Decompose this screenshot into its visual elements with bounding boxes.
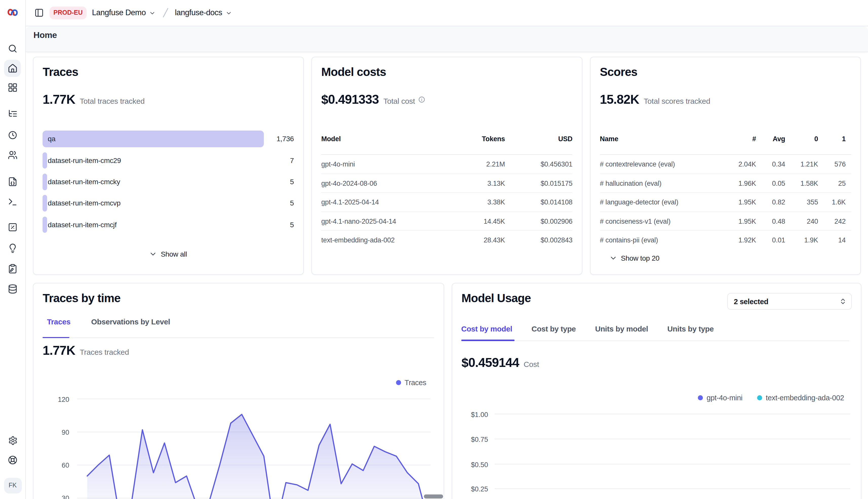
sidebar-item-tracing[interactable] [0,104,25,123]
bar-row[interactable]: dataset-run-item-cmcky 5 [43,173,294,190]
table-row[interactable]: gpt-4o-2024-08-06 3.13K $0.015175 [321,174,572,193]
model-usd: $0.014108 [512,193,572,212]
sidebar-item-dashboards[interactable] [0,78,25,97]
tab-units-by-type[interactable]: Units by type [667,325,714,333]
gridlines [495,414,850,489]
user-avatar[interactable]: FK [4,477,22,493]
sidebar-item-sessions[interactable] [0,125,25,145]
life-buoy-icon [8,455,18,465]
table-row[interactable]: # contextrelevance (eval) 2.04K 0.34 1.2… [600,155,851,174]
tab-cost-by-type[interactable]: Cost by type [532,325,576,333]
card-title: Scores [600,64,637,79]
bar-label: qa [48,131,56,147]
sidebar-item-evaluation[interactable] [0,218,25,237]
model-name: gpt-4o-2024-08-06 [321,174,377,193]
score-one: 242 [810,212,846,231]
bar-value: 5 [290,195,294,211]
breadcrumb-separator-icon [162,7,169,19]
model-name: gpt-4.1-nano-2025-04-14 [321,212,396,231]
tab-cost-by-model[interactable]: Cost by model [461,325,512,333]
list-tree-icon [8,109,18,119]
bar [43,152,47,169]
score-count: 1.95K [711,193,756,212]
breadcrumb-project[interactable]: langfuse-docs [175,8,222,17]
table-row[interactable]: gpt-4.1-2025-04-14 3.38K $0.014108 [321,193,572,212]
model-usd: $0.456301 [512,155,572,174]
model-select[interactable]: 2 selected [727,293,852,310]
gear-icon [8,436,17,445]
table-row[interactable]: gpt-4.1-nano-2025-04-14 14.45K $0.002906 [321,212,572,231]
show-top-20-button[interactable]: Show top 20 [610,250,659,266]
clock-icon [8,130,18,140]
bar-row[interactable]: dataset-run-item-cmc29 7 [43,152,294,169]
legend-dot-traces [396,380,401,385]
horizontal-scrollbar-thumb[interactable] [424,495,443,498]
sidebar-toggle-button[interactable] [33,6,46,20]
traces-total-label: Total traces tracked [80,96,145,105]
layout-grid-icon [8,83,18,93]
sidebar-item-data[interactable] [0,279,25,298]
table-row[interactable]: # language-detector (eval) 1.95K 0.82 35… [600,193,851,212]
chevron-down-icon [610,254,617,261]
bar-label: dataset-run-item-cmc29 [48,152,121,169]
bar-value: 7 [290,152,294,169]
terminal-icon [8,197,18,207]
score-name: # conciseness-v1 (eval) [600,212,670,231]
sidebar-item-home[interactable] [0,59,25,78]
sidebar-item-insights[interactable] [0,239,25,258]
score-count: 2.04K [711,155,756,174]
bar-label: dataset-run-item-cmcvp [48,195,121,211]
breadcrumb-org[interactable]: Langfuse Demo [92,8,146,17]
sidebar-item-datasets[interactable] [0,259,25,278]
home-icon [8,63,18,73]
table-row[interactable]: # conciseness-v1 (eval) 1.95K 0.48 240 2… [600,212,851,231]
langfuse-logo-icon [8,9,18,16]
score-name: # contains-pii (eval) [600,231,658,250]
chevron-down-icon[interactable] [226,10,231,16]
model-name: gpt-4o-mini [321,155,355,174]
table-row[interactable]: # contains-pii (eval) 1.92K 0.01 1.9K 14 [600,231,851,250]
tabs-divider [461,340,849,341]
model-costs-total-label: Total cost [383,96,415,105]
traces-card: Traces 1.77K Total traces tracked qa 1,7… [33,57,304,275]
active-tab-underline [43,337,70,338]
sidebar-item-settings[interactable] [0,431,25,450]
sidebar-item-support[interactable] [0,450,25,470]
table-row[interactable]: # hallucination (eval) 1.96K 0.05 1.58K … [600,174,851,193]
bar-row[interactable]: qa 1,736 [43,131,294,147]
page-header: Home [26,26,868,52]
bar [43,217,47,233]
legend-label: Traces [405,378,426,386]
bar-label: dataset-run-item-cmcjf [48,217,117,233]
chart-legend: Traces [396,378,426,386]
table-row[interactable]: gpt-4o-mini 2.21M $0.456301 [321,155,572,174]
card-title: Traces [43,64,78,79]
sidebar-item-users[interactable] [0,145,25,165]
model-usage-card: Model Usage 2 selected Cost by model Cos… [452,283,861,499]
sidebar-item-search[interactable] [0,39,25,58]
tab-units-by-model[interactable]: Units by model [595,325,648,333]
bar-value: 1,736 [276,131,294,147]
chevron-down-icon[interactable] [150,10,155,16]
model-costs-table: gpt-4o-mini 2.21M $0.456301 gpt-4o-2024-… [321,155,572,250]
traces-tracked: 1.77K [43,342,75,359]
usage-cost: $0.459144 [462,354,519,371]
traces-by-time-tabs: Traces Observations by Level [45,317,170,326]
sidebar-item-prompts[interactable] [0,172,25,191]
traces-by-time-card: Traces by time Traces Observations by Le… [33,283,444,499]
show-all-button[interactable]: Show all [150,246,187,261]
tab-traces[interactable]: Traces [45,317,73,326]
model-usd: $0.015175 [512,174,572,193]
square-percent-icon [8,222,18,232]
bar-row[interactable]: dataset-run-item-cmcvp 5 [43,195,294,211]
sidebar-item-playground[interactable] [0,192,25,211]
score-count: 1.95K [711,212,756,231]
bar [43,131,264,147]
tab-observations-by-level[interactable]: Observations by Level [91,317,170,326]
info-icon[interactable] [418,96,425,103]
bar-value: 5 [290,173,294,190]
model-costs-card: Model costs $0.491333 Total cost Model T… [311,57,582,275]
bar-row[interactable]: dataset-run-item-cmcjf 5 [43,217,294,233]
model-tokens: 3.38K [444,193,505,212]
table-row[interactable]: text-embedding-ada-002 28.43K $0.002843 [321,231,572,250]
